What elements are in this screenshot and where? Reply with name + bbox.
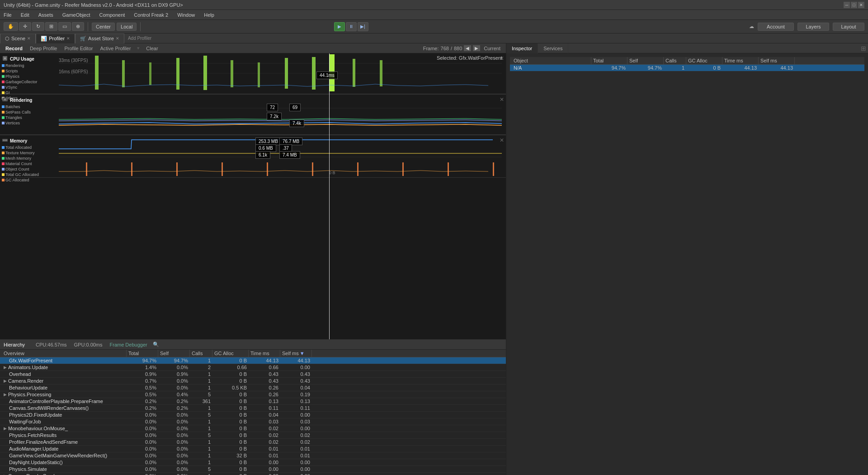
memory-tooltip6: 7.4 MB [279,151,300,159]
tab-inspector[interactable]: Inspector [506,43,538,53]
memory-tooltip3: 6.1k [255,151,270,159]
tool-move[interactable]: ✛ [19,22,31,31]
table-row[interactable]: AudioManager.Update0.0%0.0%10 B0.010.01 [0,446,506,452]
cpu-chart-label: CPU Usage Rendering Scripts Physics Garb… [2,55,38,100]
rendering-chart-close[interactable]: ✕ [500,96,504,103]
table-row[interactable]: Physics.FetchResults0.0%0.0%50 B0.020.02 [0,432,506,439]
svg-rect-11 [285,58,288,89]
toolbar: ✋ ✛ ↻ ⊞ ▭ ⊕ Center Local ▶ ⏸ ▶| ☁ Accoun… [0,20,868,33]
expand-arrow[interactable]: ▶ [4,426,8,431]
layers-button[interactable]: Layers [797,23,829,31]
memory-chart-close[interactable]: ✕ [500,137,504,143]
account-button[interactable]: Account [758,23,794,31]
table-row[interactable]: GameView.GetMainGameViewRenderRect()0.0%… [0,452,506,459]
clear-button[interactable]: Clear [144,45,160,52]
insp-col-object: Object [510,57,591,64]
expand-arrow[interactable]: ▶ [4,392,8,397]
tab-profiler[interactable]: 📊 Profiler ✕ [36,33,75,43]
table-row[interactable]: DayNight.UpdateStatic()0.0%0.0%10 B0.000… [0,459,506,466]
next-frame-button[interactable]: ▶ [473,45,480,51]
svg-rect-34 [448,162,449,176]
menu-assets[interactable]: Assets [37,11,55,19]
table-row[interactable]: AnimatorControllerPlayable.PrepareFrame0… [0,398,506,405]
table-row[interactable]: ▶ Animators.Update1.4%0.0%20.660.660.00 [0,364,506,371]
play-button[interactable]: ▶ [334,22,345,31]
table-row[interactable]: Physics2D.FixedUpdate0.0%0.0%50 B0.040.0… [0,412,506,418]
record-button[interactable]: Record [4,45,24,52]
sep1 [88,22,88,31]
table-row[interactable]: Physics.Simulate0.0%0.0%50 B0.000.00 [0,466,506,473]
table-row[interactable]: Canvas.SendWillRenderCanvases()0.2%0.2%1… [0,405,506,412]
menu-window[interactable]: Window [175,11,197,19]
menu-bar: File Edit Assets GameObject Component Co… [0,10,868,20]
menu-file[interactable]: File [2,11,14,19]
tool-rotate[interactable]: ↻ [32,22,44,31]
add-profiler-btn[interactable]: Add Profiler [128,36,151,41]
asset-store-close-icon[interactable]: ✕ [116,36,119,41]
local-button[interactable]: Local [117,23,137,31]
table-row[interactable]: Overhead0.9%0.9%10 B0.430.43 [0,371,506,378]
col-self[interactable]: Self [158,350,190,357]
insp-total: 94.7% [591,65,627,71]
table-row[interactable]: WaitingForJob0.0%0.0%10 B0.030.03 [0,418,506,425]
scene-close-icon[interactable]: ✕ [27,36,31,41]
cpu-scripts: Scripts [2,69,38,73]
insp-gc: 0 B [686,65,722,71]
asset-store-icon: 🛒 [80,36,86,42]
cpu-icon [2,55,8,62]
svg-rect-30 [267,162,268,176]
col-time[interactable]: Time ms [249,350,280,357]
add-profiler-area: Add Profiler [124,36,868,41]
inspector-expand-button[interactable]: ⊞ [861,45,866,52]
cpu-stat: CPU:46.57ms [36,342,66,347]
tool-scale[interactable]: ⊞ [45,22,57,31]
col-total[interactable]: Total [127,350,158,357]
tool-rect[interactable]: ▭ [58,22,71,31]
table-row[interactable]: ▶ Camera.Render0.7%0.0%10 B0.430.43 [0,378,506,385]
table-row[interactable]: ▶ Monobehaviour.OnMouse_0.0%0.0%10 B0.02… [0,425,506,432]
table-row[interactable]: ▶ Canvas.RenderOverlays0.0%0.0%10 B0.000… [0,473,506,475]
step-button[interactable]: ▶| [358,22,368,31]
col-calls[interactable]: Calls [190,350,212,357]
minimize-button[interactable]: ─ [844,2,850,8]
maximize-button[interactable]: □ [851,2,857,8]
table-row[interactable]: Gfx.WaitForPresent94.7%94.7%10 B44.1344.… [0,357,506,364]
tab-scene[interactable]: ⬡ Scene ✕ [0,33,36,43]
tab-services[interactable]: Services [538,43,568,53]
prev-frame-button[interactable]: ◀ [464,45,471,51]
expand-arrow[interactable]: ▶ [4,365,8,370]
profiler-close-icon[interactable]: ✕ [66,36,70,41]
cpu-tooltip: 44.1ms [316,71,338,79]
close-button[interactable]: ✕ [858,2,864,8]
tab-asset-store[interactable]: 🛒 Asset Store ✕ [75,33,124,43]
center-button[interactable]: Center [92,23,115,31]
transform-tools: ✋ ✛ ↻ ⊞ ▭ ⊕ [4,22,84,31]
menu-help[interactable]: Help [202,11,216,19]
current-button[interactable]: Current [482,45,502,52]
frame-debugger-btn[interactable]: Frame Debugger [110,342,147,347]
insp-col-time: Time ms [722,57,759,64]
pause-button[interactable]: ⏸ [346,22,357,31]
cloud-icon[interactable]: ☁ [749,24,754,29]
menu-gameobject[interactable]: GameObject [61,11,92,19]
tool-transform[interactable]: ⊕ [72,22,84,31]
menu-edit[interactable]: Edit [19,11,31,19]
active-profiler-button[interactable]: Active Profiler [98,45,132,52]
main-area: Record Deep Profile Profile Editor Activ… [0,43,868,475]
layout-button[interactable]: Layout [833,23,864,31]
menu-controlfeak2[interactable]: Control Freak 2 [132,11,170,19]
col-self-ms[interactable]: Self ms ▼ [280,350,312,357]
menu-component[interactable]: Component [97,11,127,19]
table-row[interactable]: ▶ Physics.Processing0.5%0.4%50 B0.260.19 [0,391,506,398]
col-overview[interactable]: Overview [0,350,127,357]
hierarchy-table[interactable]: Overview Total Self Calls GC Alloc Time … [0,350,506,475]
table-row[interactable]: Profiler.FinalizeAndSendFrame0.0%0.0%10 … [0,439,506,446]
col-gc-alloc[interactable]: GC Alloc [212,350,249,357]
deep-profile-button[interactable]: Deep Profile [28,45,59,52]
profile-editor-button[interactable]: Profile Editor [62,45,94,52]
tool-hand[interactable]: ✋ [4,22,18,31]
expand-arrow[interactable]: ▶ [4,379,8,383]
table-row[interactable]: BehaviourUpdate0.5%0.0%10.5 KB0.260.04 [0,385,506,391]
inspector-row[interactable]: N/A 94.7% 94.7% 1 0 B 44.13 44.13 [510,65,864,71]
cpu-vsync: VSync [2,85,38,90]
